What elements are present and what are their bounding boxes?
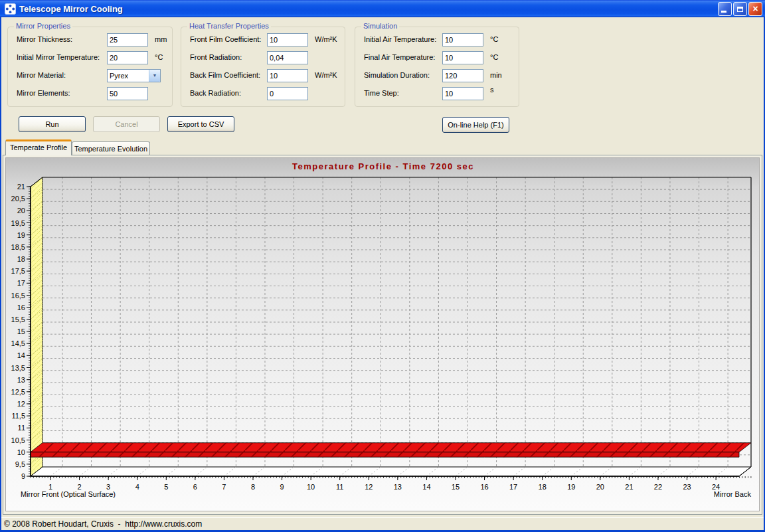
svg-text:12: 12 <box>17 400 25 408</box>
initial-mirror-temperature-input[interactable] <box>107 51 148 64</box>
svg-text:16: 16 <box>17 304 25 311</box>
tab-temperature-evolution[interactable]: Temperature Evolution <box>72 141 150 155</box>
svg-text:9: 9 <box>21 472 25 480</box>
front-radiation-input[interactable] <box>267 51 308 64</box>
field-row: Initial Air Temperature: °C <box>364 33 515 46</box>
svg-text:17: 17 <box>17 279 25 287</box>
field-label: Initial Air Temperature: <box>364 35 436 43</box>
x-axis-label-front: Mirror Front (Optical Surface) <box>21 490 116 498</box>
svg-text:10: 10 <box>17 448 25 456</box>
svg-text:18: 18 <box>17 255 25 263</box>
svg-text:17: 17 <box>509 483 517 491</box>
window-border-left <box>0 17 1 532</box>
online-help-button[interactable]: On-line Help (F1) <box>442 117 509 133</box>
group-title: Simulation <box>361 22 399 30</box>
svg-text:20: 20 <box>17 207 25 215</box>
chevron-down-icon[interactable]: ▼ <box>149 70 160 82</box>
field-row: Mirror Material: Pyrex ▼ <box>17 69 168 82</box>
export-csv-button[interactable]: Export to CSV <box>167 116 234 132</box>
svg-text:9: 9 <box>280 483 284 491</box>
svg-text:12,5: 12,5 <box>11 388 25 396</box>
x-axis-label-back: Mirror Back <box>714 490 752 498</box>
initial-air-temperature-input[interactable] <box>442 33 483 46</box>
field-unit: min <box>490 71 502 79</box>
svg-text:13: 13 <box>394 483 402 491</box>
restore-icon <box>737 7 743 12</box>
field-row: Time Step: s <box>364 87 515 100</box>
svg-text:19,5: 19,5 <box>11 219 25 227</box>
close-button[interactable]: × <box>748 2 762 16</box>
field-label: Mirror Elements: <box>17 89 70 97</box>
time-step-input[interactable] <box>442 87 483 100</box>
close-icon: × <box>752 3 758 14</box>
temperature-profile-chart: Temperature Profile - Time 7200 sec Mirr… <box>6 158 759 511</box>
svg-text:12: 12 <box>365 483 373 491</box>
field-unit: W/m²K <box>315 71 337 79</box>
field-unit: s <box>490 86 494 94</box>
back-radiation-input[interactable] <box>267 87 308 100</box>
field-unit: W/m²K <box>315 35 337 43</box>
group-heat-transfer: Heat Transfer Properties Front Film Coef… <box>181 27 345 107</box>
svg-text:11: 11 <box>18 424 25 432</box>
svg-text:24: 24 <box>712 483 720 491</box>
svg-text:10: 10 <box>307 483 315 491</box>
svg-text:15: 15 <box>452 483 460 491</box>
cancel-button[interactable]: Cancel <box>93 116 160 132</box>
final-air-temperature-input[interactable] <box>442 51 483 64</box>
svg-text:21: 21 <box>17 183 25 191</box>
status-text: © 2008 Robert Houdart, Cruxis - http://w… <box>4 519 202 529</box>
svg-text:20,5: 20,5 <box>11 195 25 203</box>
app-window: Telescope Mirror Cooling × Mirror Proper… <box>0 0 765 532</box>
field-label: Back Film Coefficient: <box>190 71 260 79</box>
chart-title: Temperature Profile - Time 7200 sec <box>292 161 474 171</box>
app-icon <box>5 3 16 15</box>
field-unit: mm <box>155 35 167 43</box>
field-label: Final Air Temperature: <box>364 53 435 61</box>
field-row: Front Radiation: <box>190 51 341 64</box>
svg-text:22: 22 <box>654 483 662 491</box>
field-label: Back Radiation: <box>190 89 241 97</box>
minimize-button[interactable] <box>718 2 732 16</box>
svg-text:14: 14 <box>422 483 430 491</box>
tab-temperate-profile[interactable]: Temperate Profile <box>5 139 72 155</box>
svg-text:4: 4 <box>135 483 139 491</box>
field-row: Back Film Coefficient: W/m²K <box>190 69 341 82</box>
svg-text:14,5: 14,5 <box>11 339 25 347</box>
title-bar[interactable]: Telescope Mirror Cooling × <box>0 0 765 17</box>
svg-text:16,5: 16,5 <box>11 292 25 300</box>
group-mirror-properties: Mirror Properties Mirror Thickness: mm I… <box>7 27 173 107</box>
group-simulation: Simulation Initial Air Temperature: °C F… <box>355 27 519 107</box>
svg-text:20: 20 <box>596 483 604 491</box>
field-label: Front Radiation: <box>190 53 242 61</box>
field-label: Time Step: <box>364 89 399 97</box>
field-row: Final Air Temperature: °C <box>364 51 515 64</box>
svg-text:11,5: 11,5 <box>11 412 25 420</box>
svg-text:8: 8 <box>251 483 255 491</box>
run-button[interactable]: Run <box>19 116 86 132</box>
mirror-material-select[interactable]: Pyrex ▼ <box>107 69 161 82</box>
window-title: Telescope Mirror Cooling <box>19 4 718 14</box>
svg-text:19: 19 <box>567 483 575 491</box>
back-film-coefficient-input[interactable] <box>267 69 308 82</box>
svg-text:1: 1 <box>48 483 52 491</box>
svg-text:6: 6 <box>193 483 197 491</box>
field-unit: °C <box>490 53 498 61</box>
restore-button[interactable] <box>733 2 747 16</box>
group-title: Mirror Properties <box>14 22 72 30</box>
field-label: Mirror Thickness: <box>17 35 72 43</box>
svg-text:13: 13 <box>17 376 25 384</box>
field-row: Mirror Thickness: mm <box>17 33 168 46</box>
svg-text:14: 14 <box>17 351 25 359</box>
field-label: Simulation Duration: <box>364 71 430 79</box>
svg-text:16: 16 <box>480 483 488 491</box>
svg-text:7: 7 <box>222 483 226 491</box>
field-unit: °C <box>155 53 163 61</box>
status-bar: © 2008 Robert Houdart, Cruxis - http://w… <box>0 517 765 530</box>
mirror-thickness-input[interactable] <box>107 33 148 46</box>
mirror-elements-input[interactable] <box>107 87 148 100</box>
svg-text:5: 5 <box>164 483 168 491</box>
front-film-coefficient-input[interactable] <box>267 33 308 46</box>
simulation-duration-input[interactable] <box>442 69 483 82</box>
svg-text:11: 11 <box>336 483 343 491</box>
svg-text:15,5: 15,5 <box>11 315 25 323</box>
